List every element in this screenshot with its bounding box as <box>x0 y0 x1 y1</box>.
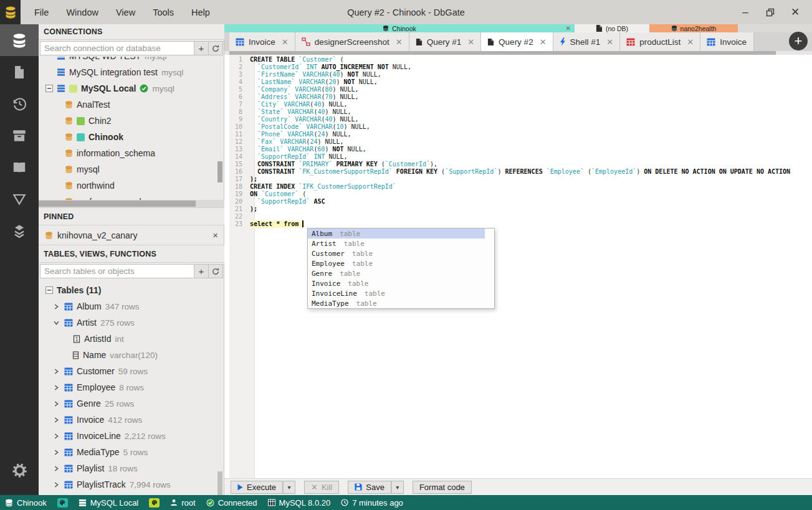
rail-database-button[interactable] <box>0 24 39 56</box>
autocomplete-item-Artist[interactable]: Artisttable <box>308 238 485 248</box>
connection-server-item[interactable]: MySQL Localmysql <box>39 80 219 97</box>
table-item-PlaylistTrack[interactable]: PlaylistTrack7,994 rows <box>39 476 224 493</box>
new-tab-button[interactable]: + <box>789 32 808 50</box>
code-line-13[interactable]: 13 `Email` VARCHAR(60) NOT NULL, <box>229 146 790 153</box>
objects-search-input[interactable] <box>40 264 194 278</box>
chevron-right-icon[interactable] <box>52 304 60 309</box>
close-tab-icon[interactable]: ✕ <box>282 37 289 47</box>
restore-icon[interactable] <box>765 7 776 18</box>
rail-file-button[interactable] <box>0 56 39 88</box>
server-color-chip[interactable] <box>149 498 160 508</box>
tab-group-nano2health[interactable]: nano2health <box>649 24 738 32</box>
connections-header[interactable]: CONNECTIONS <box>39 24 224 40</box>
code-line-3[interactable]: 3 `FirstName` VARCHAR(40) NOT NULL, <box>229 71 790 78</box>
statusbar-database[interactable]: Chinook <box>5 498 47 508</box>
table-item-Playlist[interactable]: Playlist18 rows <box>39 460 224 476</box>
autocomplete-item-Genre[interactable]: Genretable <box>308 268 485 278</box>
table-item-Invoice[interactable]: Invoice412 rows <box>39 412 224 428</box>
close-tab-icon[interactable]: ✕ <box>467 37 474 47</box>
rail-filter-triangle-button[interactable] <box>0 183 39 215</box>
table-item-Employee[interactable]: Employee8 rows <box>39 379 224 395</box>
connections-search-input[interactable] <box>40 41 194 55</box>
tab-Invoice[interactable]: Invoice✕ <box>229 32 295 51</box>
code-line-23[interactable]: 23select * from <box>229 220 790 228</box>
connection-server-item[interactable]: MYSQL WD TESTmysql <box>39 57 219 64</box>
code-line-10[interactable]: 10 `PostalCode` VARCHAR(10) NULL, <box>229 123 790 131</box>
minimize-icon[interactable]: – <box>740 7 751 18</box>
unpin-close-icon[interactable]: × <box>213 230 218 240</box>
tab-Query2[interactable]: Query #2✕ <box>481 32 553 51</box>
table-item-Artist[interactable]: Artist275 rows <box>39 314 224 331</box>
tab-group-noDB[interactable]: (no DB) <box>575 24 649 32</box>
menu-window[interactable]: Window <box>60 5 105 20</box>
statusbar-server[interactable]: MySQL Local <box>79 498 139 508</box>
table-item-InvoiceLine[interactable]: InvoiceLine2,212 rows <box>39 428 224 444</box>
chevron-right-icon[interactable] <box>52 433 60 439</box>
rail-favorites-book-button[interactable] <box>0 151 39 183</box>
code-line-2[interactable]: 2 `CustomerId` INT AUTO_INCREMENT NOT NU… <box>229 64 790 71</box>
close-group-icon[interactable]: ✕ <box>566 25 571 32</box>
rail-plugins-layers-button[interactable] <box>0 215 39 247</box>
table-item-Album[interactable]: Album347 rows <box>39 298 224 314</box>
tab-designerScreenshot[interactable]: designerScreenshot✕ <box>295 32 409 51</box>
connection-database-item[interactable]: AnalTest <box>39 97 219 113</box>
connection-database-item[interactable]: Chinook <box>39 129 219 145</box>
chevron-right-icon[interactable] <box>52 369 60 374</box>
refresh-objects-button[interactable] <box>209 264 223 278</box>
chevron-right-icon[interactable] <box>52 466 60 471</box>
code-line-19[interactable]: 19ON `Customer` ( <box>229 191 790 198</box>
pinned-header[interactable]: PINNED <box>39 207 224 225</box>
code-line-17[interactable]: 17); <box>229 176 790 183</box>
tab-Invoice[interactable]: Invoice <box>700 32 754 51</box>
tab-group-Chinook[interactable]: Chinook✕ <box>224 24 575 32</box>
chevron-right-icon[interactable] <box>52 450 60 455</box>
execute-button[interactable]: Execute <box>231 481 283 494</box>
close-tab-icon[interactable]: ✕ <box>687 37 694 47</box>
close-tab-icon[interactable]: ✕ <box>606 37 613 47</box>
code-line-15[interactable]: 15 CONSTRAINT `PRIMARY` PRIMARY KEY (`Cu… <box>229 161 790 168</box>
tab-Query1[interactable]: Query #1✕ <box>409 32 481 51</box>
chevron-right-icon[interactable] <box>52 401 60 407</box>
code-line-16[interactable]: 16 CONSTRAINT `FK_CustomerSupportRepId` … <box>229 168 790 176</box>
code-line-20[interactable]: 20 `SupportRepId` ASC <box>229 198 790 205</box>
menu-help[interactable]: Help <box>185 5 216 20</box>
code-line-7[interactable]: 7 `City` VARCHAR(40) NULL, <box>229 101 790 108</box>
tab-productList[interactable]: productList✕ <box>620 32 700 51</box>
code-line-11[interactable]: 11 `Phone` VARCHAR(24) NULL, <box>229 131 790 138</box>
code-line-14[interactable]: 14 `SupportRepId` INT NULL, <box>229 153 790 161</box>
chevron-right-icon[interactable] <box>52 385 60 390</box>
menu-file[interactable]: File <box>28 5 55 20</box>
code-line-18[interactable]: 18CREATE INDEX `IFK_CustomerSupportRepId… <box>229 183 790 191</box>
table-item-MediaType[interactable]: MediaType5 rows <box>39 444 224 460</box>
collapse-icon[interactable] <box>45 85 53 92</box>
connection-database-item[interactable]: mysql <box>39 161 219 177</box>
refresh-connections-button[interactable] <box>209 41 223 55</box>
column-item-Name[interactable]: Namevarchar(120) <box>39 347 224 363</box>
rail-archive-button[interactable] <box>0 120 39 151</box>
close-icon[interactable]: ✕ <box>790 7 801 18</box>
column-item-ArtistId[interactable]: 1ArtistIdint <box>39 331 224 347</box>
code-line-9[interactable]: 9 `Country` VARCHAR(40) NULL, <box>229 116 790 123</box>
execute-dropdown-button[interactable]: ▾ <box>283 481 295 494</box>
save-dropdown-button[interactable]: ▾ <box>391 481 404 494</box>
code-line-5[interactable]: 5 `Company` VARCHAR(80) NULL, <box>229 86 790 93</box>
save-button[interactable]: Save <box>348 481 391 494</box>
kill-button[interactable]: ✕ Kill <box>304 481 339 494</box>
autocomplete-item-Customer[interactable]: Customertable <box>308 248 485 258</box>
chevron-right-icon[interactable] <box>52 417 60 423</box>
close-tab-icon[interactable]: ✕ <box>396 37 403 47</box>
menu-view[interactable]: View <box>110 5 141 20</box>
code-line-12[interactable]: 12 `Fax` VARCHAR(24) NULL, <box>229 138 790 146</box>
connections-horizontal-scrollbar[interactable] <box>39 200 224 207</box>
code-line-22[interactable]: 22 <box>229 213 790 220</box>
connection-database-item[interactable]: Chin2 <box>39 113 219 129</box>
add-connection-button[interactable]: + <box>194 41 209 55</box>
code-line-8[interactable]: 8 `State` VARCHAR(40) NULL, <box>229 108 790 116</box>
database-color-chip[interactable] <box>57 498 68 508</box>
connections-vertical-scrollbar[interactable] <box>217 161 222 182</box>
collapse-icon[interactable] <box>45 286 53 294</box>
autocomplete-item-Employee[interactable]: Employeetable <box>308 258 485 268</box>
format-code-button[interactable]: Format code <box>413 481 472 494</box>
statusbar-user[interactable]: root <box>170 498 195 508</box>
autocomplete-item-MediaType[interactable]: MediaTypetable <box>308 298 485 308</box>
